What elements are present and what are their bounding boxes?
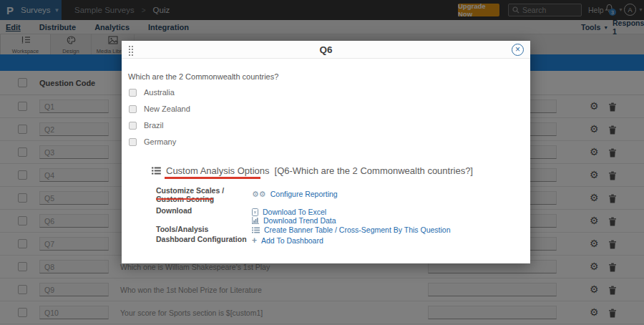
add-to-dashboard-label: Add To Dashboard bbox=[261, 236, 323, 245]
label-tools-analysis: Tools/Analysis bbox=[156, 225, 208, 233]
option-label: Brazil bbox=[144, 121, 164, 130]
modal-question-text: Which are the 2 Commonwealth countries? bbox=[128, 72, 278, 81]
modal-title: Q6 bbox=[122, 41, 530, 59]
custom-analysis-heading: Custom Analysis Options [Q6-Which are th… bbox=[152, 165, 473, 176]
download-trend-data-link[interactable]: Download Trend Data bbox=[252, 216, 336, 225]
create-banner-table-label: Create Banner Table / Cross-Segment By T… bbox=[264, 225, 451, 234]
create-banner-table-link[interactable]: Create Banner Table / Cross-Segment By T… bbox=[252, 225, 451, 234]
question-detail-modal: Q6 × Which are the 2 Commonwealth countr… bbox=[122, 41, 530, 263]
configure-reporting-label: Configure Reporting bbox=[270, 190, 338, 198]
download-to-excel-label: Download To Excel bbox=[263, 208, 326, 216]
configure-reporting-link[interactable]: ⚙⚙ Configure Reporting bbox=[252, 190, 338, 198]
option-checkbox[interactable] bbox=[129, 138, 137, 146]
plus-icon: + bbox=[252, 236, 257, 246]
download-to-excel-link[interactable]: Download To Excel bbox=[252, 208, 326, 216]
option-checkbox[interactable] bbox=[129, 122, 137, 130]
option-row: New Zealand bbox=[129, 105, 190, 113]
option-row: Germany bbox=[129, 137, 176, 146]
add-to-dashboard-link[interactable]: + Add To Dashboard bbox=[252, 236, 323, 246]
label-customize-scales: Customize Scales / Custom Scoring bbox=[156, 186, 248, 203]
analysis-heading-text: Custom Analysis Options bbox=[166, 165, 270, 176]
cogs-icon: ⚙⚙ bbox=[252, 190, 266, 198]
option-label: New Zealand bbox=[144, 105, 190, 113]
option-label: Germany bbox=[144, 137, 176, 146]
bar-chart-icon bbox=[252, 217, 259, 224]
option-checkbox[interactable] bbox=[129, 105, 137, 113]
label-download: Download bbox=[156, 206, 192, 215]
modal-header: Q6 × bbox=[122, 41, 530, 59]
option-row: Australia bbox=[129, 88, 175, 97]
banner-list-icon bbox=[252, 227, 260, 233]
close-icon[interactable]: × bbox=[512, 44, 524, 56]
excel-file-icon bbox=[252, 208, 258, 216]
label-dashboard-configuration: Dashboard Configuration bbox=[156, 235, 247, 243]
option-label: Australia bbox=[144, 88, 175, 97]
scales-red-underline bbox=[156, 198, 213, 200]
heading-red-underline bbox=[165, 177, 260, 179]
list-icon bbox=[152, 167, 161, 175]
option-row: Brazil bbox=[129, 121, 164, 130]
download-trend-data-label: Download Trend Data bbox=[263, 216, 336, 225]
analysis-heading-suffix: [Q6-Which are the 2 Commonwealth countri… bbox=[275, 165, 473, 176]
option-checkbox[interactable] bbox=[129, 89, 137, 97]
